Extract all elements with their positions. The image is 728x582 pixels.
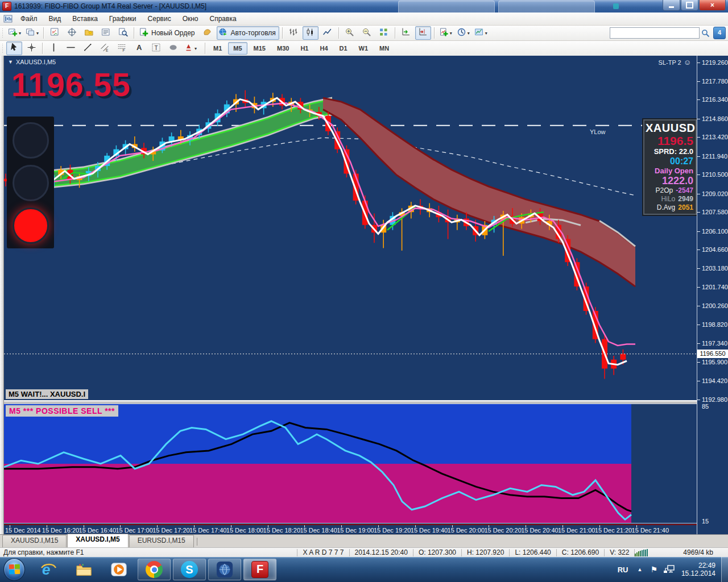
toolbar-grip[interactable] <box>2 28 3 38</box>
metaeditor-button[interactable] <box>200 26 216 40</box>
fibonacci-retracement-button[interactable]: F <box>114 41 130 55</box>
chart-tab-xauusd-i-m15[interactable]: XAUUSD.I,M15 <box>2 535 67 547</box>
timeframe-w1-button[interactable]: W1 <box>354 42 374 55</box>
tray-clock[interactable]: 22:49 15.12.2014 <box>681 562 715 577</box>
timeframe-m30-button[interactable]: M30 <box>272 42 294 55</box>
action-center-flag-icon[interactable]: ⚑ <box>650 565 657 574</box>
auto-trading-button[interactable]: Авто-торговля <box>217 26 279 40</box>
zoom-out-button[interactable] <box>359 26 375 40</box>
cursor-button[interactable] <box>6 41 22 55</box>
strategy-tester-button[interactable] <box>115 26 131 40</box>
candlestick-chart-button[interactable] <box>303 26 318 40</box>
text-anchor-icon: T <box>151 43 161 55</box>
status-bar: Для справки, нажмите F1 X A R D 7 7 7 20… <box>0 547 728 557</box>
oscillator-canvas[interactable] <box>4 404 697 524</box>
timeframe-m1-button[interactable]: M1 <box>208 42 227 55</box>
network-icon[interactable] <box>663 565 675 574</box>
price-chart-canvas[interactable] <box>4 56 697 400</box>
chart-tab-xauusd-i-m5[interactable]: XAUUSD.I,M5 <box>67 534 128 547</box>
one-click-trading-icon[interactable]: ▼ <box>8 59 13 65</box>
menu-item-4[interactable]: Сервис <box>142 13 177 24</box>
timeframe-h4-button[interactable]: H4 <box>315 42 333 55</box>
maximize-icon <box>686 2 693 9</box>
new-order-button[interactable]: Новый Ордер <box>137 26 198 40</box>
timeframe-m15-button[interactable]: M15 <box>249 42 271 55</box>
time-tick-label: 15 Dec 17:20 <box>152 527 189 534</box>
time-axis[interactable]: 15 Dec 201415 Dec 16:2015 Dec 16:4015 De… <box>4 524 697 534</box>
tile-windows-button[interactable] <box>376 26 392 40</box>
timeframe-m5-button[interactable]: M5 <box>228 42 247 55</box>
taskbar-media-player-icon[interactable] <box>101 557 136 582</box>
time-tick-label: 15 Dec 18:20 <box>263 527 300 534</box>
line-chart-button[interactable] <box>320 26 336 40</box>
price-tick-mark <box>697 174 700 175</box>
toolbar-separator <box>395 27 395 39</box>
taskbar-metatrader-fibo-icon[interactable]: F <box>243 559 276 580</box>
text-label-button[interactable]: A <box>131 41 147 55</box>
text-anchor-button[interactable]: T <box>148 41 164 55</box>
status-watermark: X A R D 7 7 7 <box>297 549 349 556</box>
chart-tab-eurusd-i-m15[interactable]: EURUSD.I,M15 <box>129 535 194 547</box>
menu-item-6[interactable]: Справка <box>204 13 242 24</box>
chart-window-icon[interactable] <box>3 14 13 23</box>
price-scale[interactable]: 1196.550 85 15 1219.2601217.7801216.3401… <box>697 56 728 534</box>
menu-item-5[interactable]: Окно <box>177 13 204 24</box>
connection-signal-icon <box>635 549 650 556</box>
periods-button[interactable]: ▾ <box>455 26 471 40</box>
time-tick-label: 15 Dec 19:20 <box>374 527 411 534</box>
timeframe-d1-button[interactable]: D1 <box>334 42 353 55</box>
menu-item-0[interactable]: Файл <box>15 13 43 24</box>
zoom-in-button[interactable] <box>342 26 358 40</box>
timeframe-mn-button[interactable]: MN <box>374 42 394 55</box>
ellipse-icon <box>168 43 178 55</box>
community-notifications-badge[interactable]: 4 <box>713 27 726 39</box>
menu-item-3[interactable]: Графики <box>104 13 142 24</box>
price-tick-mark <box>697 156 700 157</box>
price-tick-label: 1219.260 <box>702 59 728 66</box>
ellipse-button[interactable] <box>165 41 181 55</box>
taskbar-chrome-icon[interactable] <box>138 559 171 580</box>
trend-line-icon <box>83 43 93 55</box>
chart-profiles-button[interactable]: ▾ <box>24 26 40 40</box>
bar-chart-button[interactable] <box>286 26 301 40</box>
maximize-button[interactable] <box>681 0 698 11</box>
dropdown-caret-icon: ▾ <box>36 31 39 36</box>
minimize-button[interactable] <box>663 0 680 11</box>
chart-symbol-label[interactable]: ▼ XAUUSD.I,M5 <box>8 59 56 65</box>
horizontal-line-button[interactable] <box>63 41 78 55</box>
price-tick-label: 1209.020 <box>702 190 728 197</box>
data-window-button[interactable] <box>64 26 80 40</box>
chart-shift-button[interactable] <box>415 26 431 40</box>
arrows-button[interactable]: ▾ <box>182 41 198 55</box>
show-desktop-button[interactable] <box>721 557 728 582</box>
indicators-button[interactable]: ▾ <box>437 26 454 40</box>
search-icon[interactable] <box>700 27 711 39</box>
menu-item-2[interactable]: Вставка <box>67 13 104 24</box>
toolbar-grip[interactable] <box>2 43 3 53</box>
vertical-line-button[interactable] <box>46 41 61 55</box>
search-input[interactable] <box>610 27 700 39</box>
taskbar-internet-explorer-icon[interactable]: e <box>31 557 66 582</box>
templates-button[interactable]: ▾ <box>473 26 489 40</box>
close-button[interactable]: × <box>699 0 726 11</box>
market-watch-button[interactable] <box>47 26 63 40</box>
navigator-button[interactable] <box>81 26 97 40</box>
terminal-button[interactable] <box>98 26 114 40</box>
tray-expand-icon[interactable]: ▲ <box>637 567 642 572</box>
timeframe-h1-button[interactable]: H1 <box>295 42 313 55</box>
language-indicator[interactable]: RU <box>618 566 628 574</box>
taskbar-start-button[interactable] <box>0 557 31 582</box>
time-tick-label: 15 Dec 17:40 <box>189 527 226 534</box>
svg-text:e: e <box>42 561 50 578</box>
taskbar-skype-icon[interactable]: S <box>173 559 206 580</box>
taskbar-web-browser-icon[interactable] <box>208 559 241 580</box>
menu-item-1[interactable]: Вид <box>43 13 67 24</box>
taskbar-windows-explorer-icon[interactable] <box>66 557 101 582</box>
new-chart-button[interactable]: ▾ <box>6 26 23 40</box>
dropdown-caret-icon: ▾ <box>19 31 21 36</box>
crosshair-button[interactable] <box>23 41 39 55</box>
price-tick-mark <box>697 400 700 400</box>
equidistant-channel-button[interactable]: E <box>97 41 113 55</box>
trend-line-button[interactable] <box>80 41 96 55</box>
auto-scroll-button[interactable] <box>398 26 414 40</box>
